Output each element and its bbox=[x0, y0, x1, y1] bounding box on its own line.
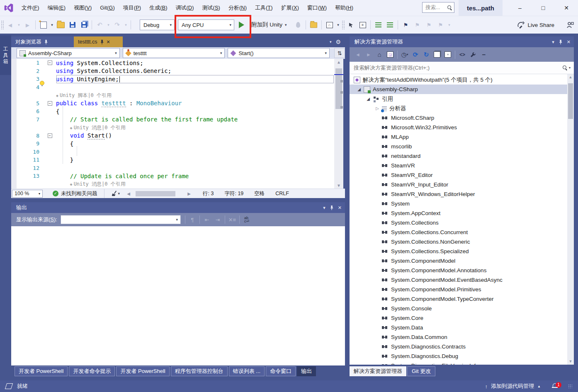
search-icon[interactable] bbox=[562, 65, 568, 70]
bottom-tab-0[interactable]: 开发者 PowerShell bbox=[15, 366, 68, 376]
sync-with-active-document-icon[interactable]: ⟳ bbox=[410, 50, 420, 60]
new-project-icon[interactable] bbox=[38, 19, 49, 30]
split-editor-button[interactable]: ⇅ bbox=[334, 48, 345, 58]
increase-indent-icon[interactable] bbox=[385, 19, 395, 30]
toggle-bookmark-icon[interactable]: ⚑ bbox=[401, 19, 411, 30]
live-share-label[interactable]: Live Share bbox=[527, 22, 554, 28]
tree-item-19[interactable]: System.ComponentModel bbox=[350, 256, 574, 266]
next-bookmark-icon[interactable]: ⚑ bbox=[424, 19, 434, 30]
tree-item-13[interactable]: System bbox=[350, 199, 574, 208]
chevron-up-icon[interactable]: ▲ bbox=[537, 385, 541, 388]
tree-item-0[interactable]: 解决方案“testAddDllWithoutpath”(5 个项目，共 5 个) bbox=[350, 75, 574, 85]
codelens-row[interactable]: ◈Unity 消息|0 个引用 bbox=[17, 180, 334, 189]
tab-list-caret-icon[interactable]: ▾ bbox=[330, 40, 332, 44]
code-line-3[interactable]: 3using UnityEngine; bbox=[17, 75, 334, 83]
output-title-bar[interactable]: 输出 ▾ ✕ bbox=[11, 202, 345, 213]
live-share-icon[interactable] bbox=[517, 22, 525, 29]
refresh-icon[interactable]: ↻ bbox=[421, 50, 431, 60]
tree-item-26[interactable]: System.Data bbox=[350, 323, 574, 332]
tree-item-18[interactable]: System.Collections.Specialized bbox=[350, 247, 574, 256]
navigate-back-caret-icon[interactable]: ▾ bbox=[17, 19, 21, 30]
tree-item-29[interactable]: System.Diagnostics.Debug bbox=[350, 351, 574, 361]
minimize-button[interactable]: – bbox=[508, 0, 532, 16]
bottom-tab-5[interactable]: 命令窗口 bbox=[266, 366, 296, 376]
tree-item-8[interactable]: netstandard bbox=[350, 151, 574, 161]
message-list-icon[interactable]: ¶ bbox=[187, 215, 198, 225]
tree-item-17[interactable]: System.Collections.NonGeneric bbox=[350, 237, 574, 247]
menu-item-6[interactable]: 调试(D) bbox=[172, 0, 198, 16]
type-dropdown[interactable]: testttt ▾ bbox=[123, 48, 225, 58]
tree-item-16[interactable]: System.Collections.Concurrent bbox=[350, 227, 574, 237]
tree-item-1[interactable]: ◢Assembly-CSharp bbox=[350, 85, 574, 94]
window-menu-caret-icon[interactable]: ▾ bbox=[552, 39, 554, 45]
menu-item-0[interactable]: 文件(F) bbox=[17, 0, 44, 16]
collapse-icon[interactable]: − bbox=[48, 101, 52, 106]
search-icon[interactable] bbox=[447, 5, 452, 10]
scroll-down-icon[interactable]: ▼ bbox=[334, 182, 343, 189]
save-icon[interactable] bbox=[67, 19, 78, 30]
menu-item-7[interactable]: 测试(S) bbox=[198, 0, 224, 16]
tree-item-5[interactable]: Microsoft.Win32.Primitives bbox=[350, 123, 574, 132]
tree-item-14[interactable]: System.AppContext bbox=[350, 208, 574, 218]
tree-item-9[interactable]: SteamVR bbox=[350, 161, 574, 170]
hot-reload-icon[interactable] bbox=[293, 19, 303, 30]
scroll-left-icon[interactable]: ◀ bbox=[126, 191, 131, 196]
menu-item-3[interactable]: Git(G) bbox=[96, 0, 119, 16]
switch-views-icon[interactable]: ◲ bbox=[385, 50, 395, 60]
wrench-properties-icon[interactable] bbox=[468, 50, 478, 60]
scroll-down-icon[interactable]: ▼ bbox=[567, 358, 574, 365]
solution-search-input[interactable]: 搜索解决方案资源管理器(Ctrl+;) ▾ bbox=[350, 62, 574, 74]
bookmark-caret-icon[interactable]: ▾ bbox=[447, 19, 452, 30]
line-ending-indicator[interactable]: CRLF bbox=[275, 191, 289, 196]
code-line-10[interactable]: 10 bbox=[17, 148, 334, 156]
tree-item-25[interactable]: System.Core bbox=[350, 313, 574, 323]
menu-item-12[interactable]: 帮助(H) bbox=[331, 0, 357, 16]
close-tab-icon[interactable]: ✕ bbox=[107, 39, 110, 45]
code-line-4[interactable]: 4 bbox=[17, 83, 334, 92]
toolbar-grip[interactable] bbox=[1, 20, 4, 29]
menu-item-11[interactable]: 窗口(W) bbox=[303, 0, 331, 16]
bottom-tab-6[interactable]: 输出 bbox=[297, 366, 316, 376]
navigate-back-icon[interactable]: ◄ bbox=[5, 19, 15, 30]
tree-item-7[interactable]: mscorlib bbox=[350, 142, 574, 151]
menu-item-9[interactable]: 工具(T) bbox=[251, 0, 277, 16]
toolbar-options-caret-icon[interactable]: ▾ bbox=[336, 19, 340, 30]
nest-files-icon[interactable] bbox=[432, 50, 442, 60]
code-line-7[interactable]: 7 // Start is called before the first fr… bbox=[17, 116, 334, 124]
platform-combo[interactable]: Any CPU ▾ bbox=[178, 19, 234, 30]
space-mode-indicator[interactable]: 空格 bbox=[254, 190, 265, 197]
tree-item-15[interactable]: System.Collections bbox=[350, 218, 574, 227]
clear-bookmarks-icon[interactable]: ⚑ bbox=[435, 19, 446, 30]
codelens-label[interactable]: ◈Unity 消息|0 个引用 bbox=[70, 125, 126, 131]
select-pointer-icon[interactable] bbox=[346, 19, 356, 30]
decrease-indent-icon[interactable] bbox=[373, 19, 384, 30]
add-to-source-control-button[interactable]: 添加到源代码管理 bbox=[491, 382, 534, 390]
bottom-tab-1[interactable]: 开发者命令提示 bbox=[69, 366, 115, 376]
scrollbar-thumb[interactable] bbox=[568, 83, 573, 119]
editor-horizontal-scrollbar[interactable]: ◀ ▶ bbox=[126, 191, 192, 197]
toolbar-grip[interactable] bbox=[342, 20, 345, 29]
properties-icon[interactable]: ≡ bbox=[443, 50, 453, 60]
scroll-up-icon[interactable]: ▲ bbox=[334, 59, 343, 65]
window-menu-caret-icon[interactable]: ▾ bbox=[323, 205, 325, 211]
menu-item-8[interactable]: 分析(N) bbox=[224, 0, 251, 16]
close-icon[interactable]: ✕ bbox=[338, 205, 342, 211]
pin-icon[interactable] bbox=[100, 40, 104, 44]
codelens-row[interactable]: ◈Unity 脚本|0 个引用 bbox=[17, 91, 334, 99]
bottom-tab-2[interactable]: 开发者 PowerShell bbox=[116, 366, 169, 376]
tab-testttt-cs[interactable]: testttt.cs ✕ bbox=[74, 36, 123, 47]
codelens-label[interactable]: ◈Unity 消息|0 个引用 bbox=[70, 181, 126, 187]
redo-icon[interactable]: ↷ bbox=[112, 19, 122, 30]
solution-tree-scrollbar[interactable]: ▲ ▼ bbox=[567, 74, 574, 365]
tree-item-21[interactable]: System.ComponentModel.EventBasedAsync bbox=[350, 275, 574, 285]
tree-item-11[interactable]: SteamVR_Input_Editor bbox=[350, 180, 574, 189]
code-line-6[interactable]: 6{ bbox=[17, 107, 334, 116]
tree-item-12[interactable]: SteamVR_Windows_EditorHelper bbox=[350, 189, 574, 199]
maximize-button[interactable]: □ bbox=[532, 0, 555, 16]
attach-to-unity-button[interactable]: 附加到 Unity ▾ bbox=[251, 16, 287, 34]
clear-all-icon[interactable]: ✕≡ bbox=[227, 215, 238, 225]
tree-item-27[interactable]: System.Data.Common bbox=[350, 332, 574, 342]
scroll-right-icon[interactable]: ▶ bbox=[186, 191, 192, 196]
code-cleanup-broom-icon[interactable] bbox=[112, 191, 117, 196]
tree-item-24[interactable]: System.Console bbox=[350, 304, 574, 313]
